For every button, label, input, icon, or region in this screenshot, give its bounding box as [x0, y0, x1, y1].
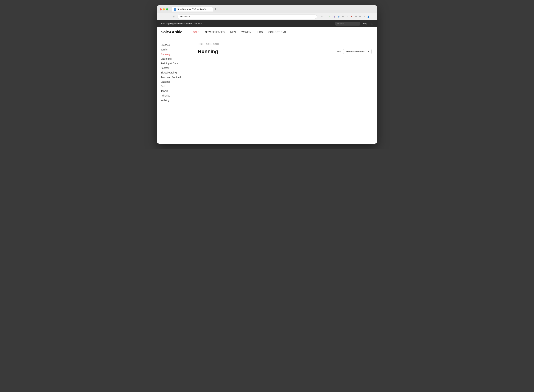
extension-icon-6[interactable]: W — [354, 15, 357, 18]
maximize-button[interactable] — [166, 8, 168, 10]
page-header: Running Sort Newest Releases ▾ — [198, 49, 372, 54]
user-avatar[interactable]: 👤 — [367, 15, 370, 18]
url-text: localhost:3001 — [180, 15, 193, 18]
sort-dropdown[interactable]: Newest Releases ▾ — [343, 49, 372, 54]
breadcrumb-shoes[interactable]: Shoes — [213, 43, 219, 45]
back-button[interactable]: ← — [160, 15, 164, 19]
active-tab[interactable]: Sole&Ankle — CSS for JavaSc... × — [172, 7, 213, 12]
menu-icon[interactable]: ⋮ — [371, 15, 374, 18]
cart-icon[interactable]: 🛍 — [370, 22, 373, 25]
sidebar-item-baseball[interactable]: Baseball — [161, 79, 189, 84]
breadcrumb-home[interactable]: Home — [198, 43, 203, 45]
sidebar-item-walking[interactable]: Walking — [161, 98, 189, 103]
info-icon[interactable]: ℹ — [324, 15, 328, 18]
chevron-down-icon: ▾ — [368, 50, 369, 53]
promo-banner: Free shipping on domestic orders over $7… — [157, 20, 377, 27]
close-button[interactable] — [160, 8, 162, 10]
sidebar-item-running[interactable]: Running — [161, 52, 189, 56]
extension-icon-8[interactable]: ≡ — [363, 15, 366, 18]
browser-extension-icons: ☆ ℹ 🛡 ◈ ◉ ⊕ T ♦ W ⧉ ≡ 👤 ⋮ — [320, 15, 374, 18]
extension-icon-1[interactable]: ◈ — [333, 15, 336, 18]
sort-value: Newest Releases — [345, 50, 365, 53]
main-area: Lifestyle Jordan Running Basketball Trai… — [157, 37, 377, 144]
nav-men[interactable]: MEN — [230, 31, 236, 33]
sidebar-item-football[interactable]: Football — [161, 66, 189, 70]
breadcrumb-sale[interactable]: Sale — [206, 43, 210, 45]
bookmark-icon[interactable]: ☆ — [320, 15, 323, 18]
main-nav: Sole&Ankle SALE NEW RELEASES MEN WOMEN K… — [157, 27, 377, 37]
sort-label: Sort — [336, 50, 341, 53]
banner-right: Help 🛍 — [335, 22, 373, 25]
nav-collections[interactable]: COLLECTIONS — [268, 31, 286, 33]
address-bar-area: ← → ↻ localhost:3001 ☆ ℹ 🛡 ◈ ◉ ⊕ T ♦ W ⧉… — [157, 13, 377, 20]
sidebar-item-tennis[interactable]: Tennis — [161, 89, 189, 93]
forward-button[interactable]: → — [166, 15, 170, 19]
tab-title: Sole&Ankle — CSS for JavaSc... — [177, 8, 208, 11]
tab-close-button[interactable]: × — [209, 8, 210, 10]
tab-favicon — [174, 8, 176, 11]
tab-bar: Sole&Ankle — CSS for JavaSc... × + — [172, 7, 217, 12]
category-sidebar: Lifestyle Jordan Running Basketball Trai… — [157, 37, 193, 144]
nav-sale[interactable]: SALE — [193, 31, 199, 33]
sidebar-item-basketball[interactable]: Basketball — [161, 56, 189, 61]
site-logo[interactable]: Sole&Ankle — [161, 30, 182, 34]
sidebar-item-american-football[interactable]: American Football — [161, 75, 189, 79]
titlebar: Sole&Ankle — CSS for JavaSc... × + — [157, 5, 377, 13]
browser-window: Sole&Ankle — CSS for JavaSc... × + ← → ↻… — [157, 5, 377, 144]
extension-icon-7[interactable]: ⧉ — [359, 15, 362, 18]
new-tab-button[interactable]: + — [213, 7, 217, 12]
main-content: Home / Sale / Shoes Running Sort Newest … — [193, 37, 377, 144]
url-bar[interactable]: localhost:3001 — [177, 14, 317, 19]
sidebar-item-golf[interactable]: Golf — [161, 84, 189, 89]
sidebar-item-skateboarding[interactable]: Skateboarding — [161, 70, 189, 75]
breadcrumb-sep-2: / — [212, 43, 212, 45]
page-content: Free shipping on domestic orders over $7… — [157, 20, 377, 144]
nav-links: SALE NEW RELEASES MEN WOMEN KIDS COLLECT… — [193, 30, 286, 34]
promo-message: Free shipping on domestic orders over $7… — [161, 22, 202, 25]
banner-search-area — [335, 22, 360, 25]
refresh-button[interactable]: ↻ — [172, 15, 175, 19]
help-link[interactable]: Help — [363, 22, 367, 25]
sort-area: Sort Newest Releases ▾ — [336, 49, 372, 54]
nav-women[interactable]: WOMEN — [241, 31, 251, 33]
extension-icon-5[interactable]: ♦ — [350, 15, 353, 18]
sidebar-item-lifestyle[interactable]: Lifestyle — [161, 43, 189, 47]
nav-new-releases[interactable]: NEW RELEASES — [205, 31, 224, 33]
extension-icon-4[interactable]: T — [346, 15, 349, 18]
sidebar-item-training[interactable]: Training & Gym — [161, 61, 189, 66]
minimize-button[interactable] — [163, 8, 165, 10]
extension-icon-2[interactable]: ◉ — [337, 15, 340, 18]
sidebar-item-athletics[interactable]: Athletics — [161, 93, 189, 98]
page-title: Running — [198, 49, 218, 54]
breadcrumb: Home / Sale / Shoes — [198, 41, 372, 45]
search-input[interactable] — [335, 22, 360, 25]
sidebar-item-jordan[interactable]: Jordan — [161, 47, 189, 52]
extension-icon-3[interactable]: ⊕ — [341, 15, 345, 18]
security-icon[interactable]: 🛡 — [329, 15, 332, 18]
nav-kids[interactable]: KIDS — [257, 31, 263, 33]
breadcrumb-sep-1: / — [205, 43, 205, 45]
traffic-lights — [160, 8, 168, 10]
